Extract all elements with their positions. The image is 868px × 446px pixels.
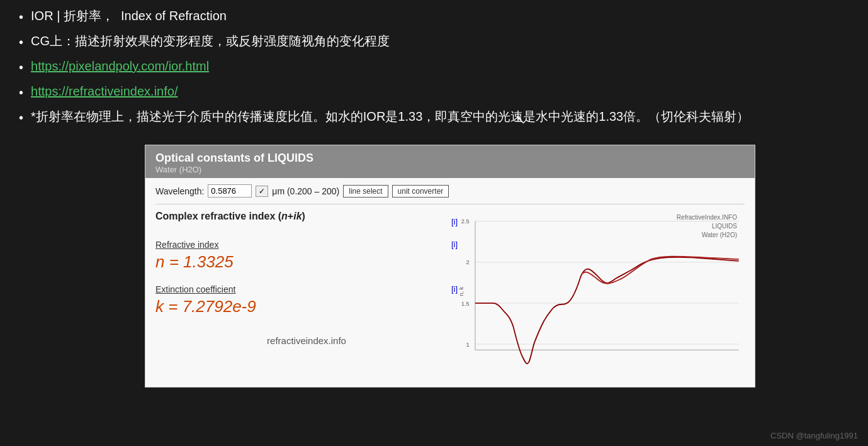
bullet-dot: • bbox=[19, 8, 23, 26]
csdn-watermark: CSDN @tangfuling1991 bbox=[770, 430, 858, 441]
svg-text:2: 2 bbox=[466, 259, 469, 265]
main-content: • IOR | 折射率， Index of Refraction • CG上：描… bbox=[0, 0, 868, 138]
unit-converter-button[interactable]: unit converter bbox=[392, 185, 449, 198]
cursor: ↖ bbox=[516, 113, 526, 127]
legend-line3: Water (H2O) bbox=[677, 231, 737, 240]
complex-section: Complex refractive index (n+ik) [i] Refr… bbox=[155, 208, 745, 381]
bullet-list: • IOR | 折射率， Index of Refraction • CG上：描… bbox=[19, 6, 849, 127]
extinction-info-link[interactable]: [i] bbox=[451, 284, 458, 294]
complex-info-link[interactable]: [i] bbox=[451, 217, 458, 226]
extinction-value: k = 7.2792e-9 bbox=[155, 297, 256, 316]
refractive-section: Refractive index n = 1.3325 [i] bbox=[155, 240, 458, 272]
list-item: • https://refractiveindex.info/ bbox=[19, 82, 849, 102]
wavelength-label: Wavelength: bbox=[155, 186, 204, 196]
card-body: Wavelength: ✓ μm (0.200 – 200) line sele… bbox=[145, 178, 755, 387]
card-header: Optical constants of LIQUIDS Water (H2O) bbox=[145, 145, 755, 178]
bullet-text: CG上：描述折射效果的变形程度，或反射强度随视角的变化程度 bbox=[31, 31, 390, 50]
extinction-left: Extinction coefficient k = 7.2792e-9 bbox=[155, 284, 256, 316]
complex-title: Complex refractive index (n+ik) bbox=[155, 211, 305, 222]
wavelength-confirm-button[interactable]: ✓ bbox=[256, 186, 268, 197]
chart-area: RefractiveIndex.INFO LIQUIDS Water (H2O)… bbox=[458, 208, 745, 381]
bullet-text: IOR | 折射率， Index of Refraction bbox=[31, 6, 227, 25]
link-refractiveindex[interactable]: https://refractiveindex.info/ bbox=[31, 82, 178, 101]
card-header-title: Optical constants of LIQUIDS bbox=[155, 152, 745, 165]
extinction-section: Extinction coefficient k = 7.2792e-9 [i] bbox=[155, 284, 458, 316]
refractive-value: n = 1.3325 bbox=[155, 252, 234, 272]
svg-text:1: 1 bbox=[466, 342, 469, 348]
bullet-dot: • bbox=[19, 83, 23, 102]
bullet-dot: • bbox=[19, 33, 23, 52]
ior-title-en: Index of Refraction bbox=[121, 9, 227, 23]
line-select-button[interactable]: line select bbox=[343, 185, 388, 198]
list-item: • IOR | 折射率， Index of Refraction bbox=[19, 6, 849, 26]
divider bbox=[155, 204, 745, 204]
wavelength-row: Wavelength: ✓ μm (0.200 – 200) line sele… bbox=[155, 184, 745, 198]
wavelength-unit: μm (0.200 – 200) bbox=[272, 186, 339, 196]
list-item: • CG上：描述折射效果的变形程度，或反射强度随视角的变化程度 bbox=[19, 31, 849, 52]
bullet-dot: • bbox=[19, 108, 23, 127]
csdn-text: CSDN @tangfuling1991 bbox=[770, 431, 858, 440]
svg-text:n, k: n, k bbox=[458, 286, 465, 296]
svg-text:2.5: 2.5 bbox=[461, 218, 470, 225]
extinction-coefficient-label[interactable]: Extinction coefficient bbox=[155, 284, 256, 294]
bullet-text: *折射率在物理上，描述光于介质中的传播速度比值。如水的IOR是1.33，即真空中… bbox=[31, 107, 749, 126]
list-item: • https://pixelandpoly.com/ior.html bbox=[19, 57, 849, 77]
svg-text:1.5: 1.5 bbox=[461, 301, 470, 307]
optical-constants-card: Optical constants of LIQUIDS Water (H2O)… bbox=[145, 145, 755, 387]
footer-site-text: refractiveindex.info bbox=[267, 335, 346, 346]
legend-line2: LIQUIDS bbox=[677, 222, 737, 231]
chart-legend: RefractiveIndex.INFO LIQUIDS Water (H2O) bbox=[677, 213, 737, 240]
legend-line1: RefractiveIndex.INFO bbox=[677, 213, 737, 222]
wavelength-input[interactable] bbox=[208, 184, 252, 198]
list-item: • *折射率在物理上，描述光于介质中的传播速度比值。如水的IOR是1.33，即真… bbox=[19, 107, 849, 127]
link-pixelandpoly[interactable]: https://pixelandpoly.com/ior.html bbox=[31, 57, 209, 75]
bullet-dot: • bbox=[19, 58, 23, 77]
card-header-subtitle: Water (H2O) bbox=[155, 165, 745, 174]
complex-left: Complex refractive index (n+ik) [i] Refr… bbox=[155, 208, 458, 381]
refractive-left: Refractive index n = 1.3325 bbox=[155, 240, 234, 272]
refractive-info-link[interactable]: [i] bbox=[451, 240, 458, 249]
refractive-index-label[interactable]: Refractive index bbox=[155, 240, 234, 250]
